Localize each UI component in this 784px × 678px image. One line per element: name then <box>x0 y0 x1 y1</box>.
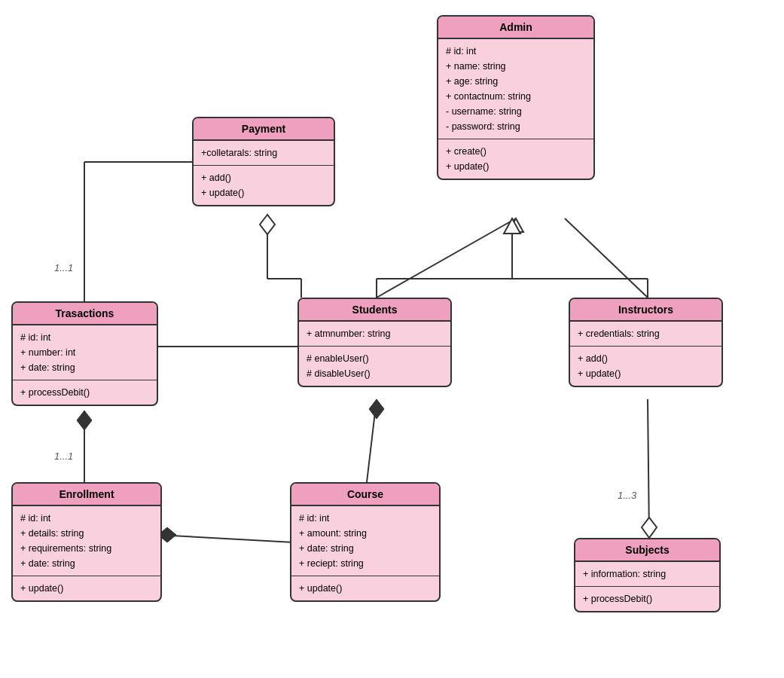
class-admin-methods: + create() + update() <box>438 139 593 179</box>
class-subjects-methods: + processDebit() <box>575 587 719 611</box>
class-students-methods: # enableUser() # disableUser() <box>299 347 450 386</box>
class-transactions-methods: + processDebit() <box>13 380 157 405</box>
class-enrollment-methods: + update() <box>13 576 160 600</box>
class-enrollment-title: Enrollment <box>13 484 160 506</box>
svg-marker-13 <box>369 399 384 419</box>
svg-marker-20 <box>504 218 520 234</box>
uml-diagram: Admin # id: int + name: string + age: st… <box>0 0 784 678</box>
class-students: Students + atmnumber: string # enableUse… <box>297 298 452 387</box>
class-enrollment-attributes: # id: int + details: string + requiremen… <box>13 506 160 576</box>
class-admin-attributes: # id: int + name: string + age: string +… <box>438 39 593 139</box>
class-transactions-title: Trasactions <box>13 303 157 325</box>
svg-line-16 <box>648 399 649 538</box>
class-subjects-attributes: + information: string <box>575 562 719 587</box>
class-instructors-attributes: + credentials: string <box>570 322 721 347</box>
class-payment-methods: + add() + update() <box>194 166 334 205</box>
class-admin-title: Admin <box>438 17 593 39</box>
label-transactions-payment: 1...1 <box>54 262 73 273</box>
class-payment-attributes: +colletarals: string <box>194 141 334 166</box>
class-enrollment: Enrollment # id: int + details: string +… <box>11 482 162 602</box>
svg-marker-11 <box>77 411 92 430</box>
svg-marker-6 <box>260 215 275 234</box>
class-subjects-title: Subjects <box>575 539 719 562</box>
label-transactions-enrollment: 1...1 <box>54 450 73 462</box>
class-instructors-methods: + add() + update() <box>570 347 721 386</box>
class-payment: Payment +colletarals: string + add() + u… <box>192 117 335 206</box>
svg-line-14 <box>158 535 294 542</box>
svg-line-0 <box>377 218 516 298</box>
class-course-methods: + update() <box>291 576 439 600</box>
class-transactions-attributes: # id: int + number: int + date: string <box>13 325 157 380</box>
svg-line-2 <box>565 218 648 298</box>
class-admin: Admin # id: int + name: string + age: st… <box>437 15 595 180</box>
class-instructors: Instructors + credentials: string + add(… <box>569 298 723 387</box>
svg-marker-17 <box>642 518 657 538</box>
class-subjects: Subjects + information: string + process… <box>574 538 721 612</box>
label-instructors-subjects: 1...3 <box>618 490 636 501</box>
class-students-attributes: + atmnumber: string <box>299 322 450 347</box>
class-transactions: Trasactions # id: int + number: int + da… <box>11 301 158 406</box>
class-course: Course # id: int + amount: string + date… <box>290 482 441 602</box>
class-payment-title: Payment <box>194 118 334 141</box>
class-instructors-title: Instructors <box>570 299 721 322</box>
class-course-title: Course <box>291 484 439 506</box>
class-course-attributes: # id: int + amount: string + date: strin… <box>291 506 439 576</box>
svg-line-12 <box>367 399 377 482</box>
svg-marker-1 <box>508 218 523 232</box>
class-students-title: Students <box>299 299 450 322</box>
